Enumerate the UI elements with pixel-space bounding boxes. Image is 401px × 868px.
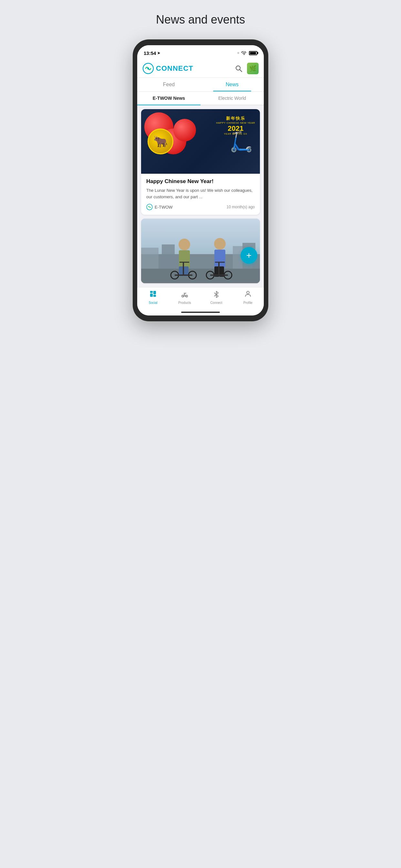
nav-item-profile[interactable]: Profile — [232, 290, 264, 305]
search-icon — [235, 65, 243, 72]
bottom-nav: Social Products — [137, 287, 264, 309]
social-icon — [149, 290, 157, 300]
news-card-1-title: Happy Chinese New Year! — [146, 178, 255, 185]
tab-feed[interactable]: Feed — [137, 78, 201, 91]
wifi-icon — [241, 51, 247, 56]
svg-rect-13 — [179, 250, 190, 268]
logo-text: CONNECT — [156, 64, 193, 73]
tab-news[interactable]: News — [201, 78, 264, 91]
nav-item-products[interactable]: Products — [169, 290, 201, 305]
products-label: Products — [178, 301, 191, 305]
fab-add-button[interactable]: + — [241, 247, 257, 264]
sub-tab-electric-world[interactable]: Electric World — [201, 92, 264, 104]
news-card-1-body: Happy Chinese New Year! The Lunar New Ye… — [141, 174, 260, 215]
header-actions: 🌿 — [234, 63, 258, 74]
logo-container: CONNECT — [143, 63, 193, 74]
svg-rect-30 — [150, 291, 153, 293]
svg-line-3 — [240, 70, 242, 72]
home-indicator — [137, 309, 264, 315]
user-avatar[interactable]: 🌿 — [247, 63, 258, 74]
svg-point-21 — [214, 238, 226, 250]
social-label: Social — [149, 301, 157, 305]
signal-dot — [237, 52, 239, 54]
search-button[interactable] — [234, 63, 244, 73]
bluetooth-icon — [212, 290, 220, 300]
profile-label: Profile — [243, 301, 252, 305]
svg-rect-32 — [153, 291, 156, 294]
sub-tab-etwow-news[interactable]: E-TWOW News — [137, 92, 201, 104]
battery-icon — [249, 51, 257, 55]
home-bar — [181, 312, 220, 313]
cny-text-block: 新年快乐 HAPPY CHINESE NEW YEAR 2021 YEAR OF… — [216, 116, 255, 135]
nav-item-social[interactable]: Social — [137, 290, 169, 305]
page-wrapper: News and events 13:54 ➤ — [123, 13, 278, 321]
svg-rect-33 — [153, 295, 156, 297]
svg-point-1 — [147, 67, 149, 69]
red-decoration-3 — [174, 119, 196, 142]
person-icon — [244, 290, 252, 300]
connect-label: Connect — [210, 301, 222, 305]
phone-screen: 13:54 ➤ — [137, 45, 264, 315]
logo-icon — [143, 63, 154, 74]
location-icon: ➤ — [157, 51, 160, 55]
svg-point-40 — [247, 291, 249, 294]
screen-content: 🐂 🛴 新年快乐 HAPPY CHINESE NEW YEAR 2021 YEA… — [137, 105, 264, 287]
news-source-1: E-TWOW — [146, 204, 173, 210]
nav-item-connect[interactable]: Connect — [201, 290, 232, 305]
status-bar: 13:54 ➤ — [137, 45, 264, 59]
svg-point-12 — [179, 239, 190, 250]
news-card-1: 🐂 🛴 新年快乐 HAPPY CHINESE NEW YEAR 2021 YEA… — [141, 109, 260, 215]
gold-ox-icon: 🐂 — [148, 128, 174, 154]
source-logo-1 — [146, 204, 153, 210]
sub-tabs: E-TWOW News Electric World — [137, 92, 264, 105]
scooter-icon-nav — [181, 290, 189, 300]
phone-device: 13:54 ➤ — [133, 39, 268, 321]
cny-banner: 🐂 🛴 新年快乐 HAPPY CHINESE NEW YEAR 2021 YEA… — [141, 109, 260, 174]
news-card-1-excerpt: The Lunar New Year is upon us! We wish o… — [146, 187, 255, 200]
news-card-1-image: 🐂 🛴 新年快乐 HAPPY CHINESE NEW YEAR 2021 YEA… — [141, 109, 260, 174]
news-card-1-meta: E-TWOW 10 month(s) ago — [146, 204, 255, 210]
status-time: 13:54 ➤ — [144, 51, 160, 56]
page-title: News and events — [156, 13, 245, 27]
news-time-1: 10 month(s) ago — [227, 205, 255, 209]
svg-rect-22 — [214, 250, 225, 268]
app-header: CONNECT 🌿 — [137, 59, 264, 78]
svg-rect-11 — [141, 269, 260, 283]
source-name-1: E-TWOW — [155, 205, 173, 210]
main-tabs: Feed News — [137, 78, 264, 92]
svg-rect-31 — [150, 293, 153, 297]
status-icons — [237, 51, 257, 56]
